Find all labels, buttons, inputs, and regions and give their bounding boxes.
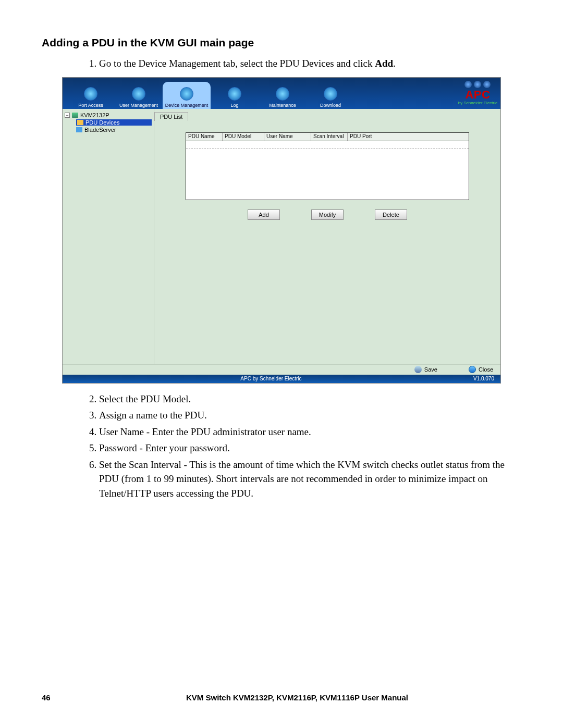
tab-label: Device Management	[165, 103, 209, 108]
page-number: 46	[42, 693, 73, 702]
tab-label: Download	[320, 103, 341, 108]
control-icon[interactable]	[464, 81, 472, 88]
user-management-icon	[132, 87, 145, 101]
tree-item-label: PDU Devices	[85, 119, 119, 126]
pdu-table-body[interactable]	[186, 141, 469, 200]
tree-root[interactable]: − KVM2132P	[65, 112, 152, 118]
button-row: Add Modify Delete	[186, 209, 469, 220]
tree-sidebar: − KVM2132P PDU Devices BladeServer	[63, 109, 154, 364]
tab-log[interactable]: Log	[211, 82, 259, 109]
section-heading: Adding a PDU in the KVM GUI main page	[42, 36, 521, 49]
nav-tabs: Port Access User Management Device Manag…	[63, 78, 354, 109]
pdu-table-header: PDU Name PDU Model User Name Scan Interv…	[186, 133, 469, 141]
subtab-pdu-list[interactable]: PDU List	[154, 112, 188, 121]
tab-label: Port Access	[78, 103, 103, 108]
col-pdu-name[interactable]: PDU Name	[186, 133, 223, 141]
close-label: Close	[479, 366, 493, 373]
control-icon[interactable]	[483, 81, 491, 88]
instructions-list: Go to the Device Management tab, select …	[42, 56, 521, 71]
kvm-icon	[72, 113, 78, 118]
close-button[interactable]: Close	[469, 366, 493, 373]
tab-device-management[interactable]: Device Management	[163, 82, 211, 109]
step-1-bold: Add	[375, 58, 393, 69]
add-button[interactable]: Add	[248, 209, 280, 220]
tab-label: Log	[230, 103, 238, 108]
brand-sub: by Schneider Electric	[458, 101, 497, 105]
port-access-icon	[84, 87, 97, 101]
tree-item-label: BladeServer	[84, 127, 116, 133]
version-text: V1.0.070	[473, 376, 494, 381]
download-icon	[324, 87, 337, 101]
step-5: Password - Enter your password.	[99, 441, 521, 455]
tab-user-management[interactable]: User Management	[115, 82, 163, 109]
kvm-gui-screenshot: Port Access User Management Device Manag…	[62, 77, 501, 384]
step-1-post: .	[393, 58, 396, 69]
folder-icon	[77, 120, 83, 125]
modify-button[interactable]: Modify	[311, 209, 344, 220]
col-pdu-port[interactable]: PDU Port	[348, 133, 469, 141]
table-row[interactable]	[186, 141, 469, 149]
tab-label: User Management	[119, 103, 158, 108]
step-2: Select the PDU Model.	[99, 392, 521, 406]
col-user-name[interactable]: User Name	[264, 133, 311, 141]
tree-root-label: KVM2132P	[80, 112, 109, 118]
page-footer: 46 KVM Switch KVM2132P, KVM2116P, KVM111…	[42, 693, 521, 702]
content-panel: PDU List PDU Name PDU Model User Name Sc…	[154, 109, 500, 364]
header-control-icons	[464, 81, 491, 88]
step-1-text: Go to the Device Management tab, select …	[99, 58, 375, 69]
step-3: Assign a name to the PDU.	[99, 408, 521, 423]
app-header: Port Access User Management Device Manag…	[63, 78, 500, 109]
step-1: Go to the Device Management tab, select …	[99, 56, 521, 71]
device-management-icon	[180, 87, 193, 101]
server-icon	[76, 127, 82, 132]
delete-button[interactable]: Delete	[375, 209, 407, 220]
save-label: Save	[424, 366, 437, 373]
sidebar-item-bladeserver[interactable]: BladeServer	[76, 127, 152, 133]
col-scan-interval[interactable]: Scan Interval	[311, 133, 348, 141]
instructions-list-cont: Select the PDU Model. Assign a name to t…	[42, 392, 521, 501]
brand-logo: APC	[465, 89, 490, 101]
log-icon	[228, 87, 241, 101]
pdu-table: PDU Name PDU Model User Name Scan Interv…	[186, 132, 469, 200]
status-bar: APC by Schneider Electric V1.0.070	[63, 375, 500, 383]
control-icon[interactable]	[474, 81, 481, 88]
tab-download[interactable]: Download	[307, 82, 354, 109]
step-6: Set the Scan Interval - This is the amou…	[99, 458, 521, 501]
save-icon	[414, 366, 422, 373]
tab-maintenance[interactable]: Maintenance	[259, 82, 307, 109]
logo-area: APC by Schneider Electric	[458, 78, 497, 109]
bottom-bar: Save Close	[63, 364, 500, 375]
save-button[interactable]: Save	[414, 366, 437, 373]
close-icon	[469, 366, 476, 373]
manual-title: KVM Switch KVM2132P, KVM2116P, KVM1116P …	[73, 693, 521, 702]
tab-label: Maintenance	[269, 103, 296, 108]
step-4: User Name - Enter the PDU administrator …	[99, 425, 521, 439]
collapse-icon[interactable]: −	[65, 113, 70, 118]
maintenance-icon	[276, 87, 289, 101]
sidebar-item-pdu-devices[interactable]: PDU Devices	[76, 119, 152, 126]
tab-port-access[interactable]: Port Access	[67, 82, 115, 109]
col-pdu-model[interactable]: PDU Model	[223, 133, 264, 141]
status-center-text: APC by Schneider Electric	[69, 376, 473, 381]
